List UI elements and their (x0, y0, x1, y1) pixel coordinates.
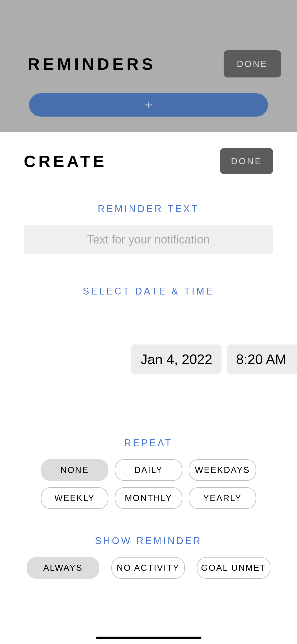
reminder-text-block: REMINDER TEXT (24, 203, 273, 286)
show-option-always[interactable]: ALWAYS (27, 557, 99, 579)
reminder-text-input[interactable] (24, 225, 273, 254)
show-option-no-activity[interactable]: NO ACTIVITY (111, 557, 185, 579)
reminders-title: REMINDERS (28, 54, 156, 73)
create-title: CREATE (24, 152, 107, 171)
repeat-option-none[interactable]: NONE (41, 459, 108, 481)
repeat-label: REPEAT (24, 438, 273, 449)
plus-icon (143, 96, 154, 114)
datetime-block: SELECT DATE & TIME Jan 4, 2022 8:20 AM (24, 286, 273, 374)
datetime-label: SELECT DATE & TIME (24, 286, 273, 297)
show-reminder-block: SHOW REMINDER ALWAYS NO ACTIVITY GOAL UN… (24, 535, 273, 579)
repeat-option-weekly[interactable]: WEEKLY (41, 487, 108, 509)
done-button-top[interactable]: DONE (224, 50, 281, 77)
show-option-goal-unmet[interactable]: GOAL UNMET (197, 557, 270, 579)
create-reminder-panel: CREATE DONE REMINDER TEXT SELECT DATE & … (0, 132, 297, 579)
repeat-option-weekdays[interactable]: WEEKDAYS (189, 459, 256, 481)
repeat-block: REPEAT NONE DAILY WEEKDAYS WEEKLY MONTHL… (24, 438, 273, 509)
reminders-screen-header: REMINDERS DONE (0, 0, 297, 132)
repeat-option-daily[interactable]: DAILY (115, 459, 182, 481)
add-reminder-button[interactable] (29, 93, 268, 117)
repeat-option-monthly[interactable]: MONTHLY (115, 487, 182, 509)
reminder-text-label: REMINDER TEXT (24, 203, 273, 214)
repeat-option-yearly[interactable]: YEARLY (189, 487, 256, 509)
done-button-create[interactable]: DONE (220, 148, 273, 174)
date-picker-button[interactable]: Jan 4, 2022 (131, 344, 221, 374)
home-indicator[interactable] (96, 637, 201, 639)
time-picker-button[interactable]: 8:20 AM (227, 344, 297, 374)
show-reminder-label: SHOW REMINDER (24, 535, 273, 546)
